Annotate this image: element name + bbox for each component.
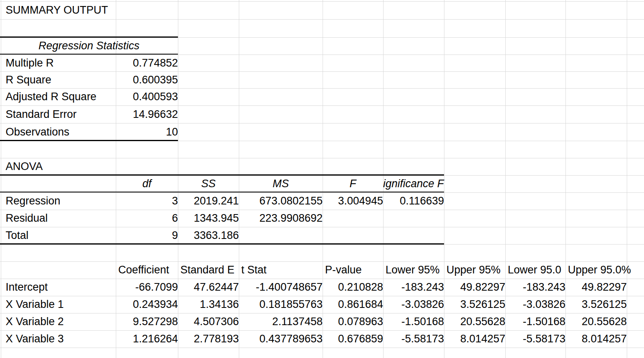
cell-coef-value-3-7[interactable]: -1.50168 xyxy=(505,313,569,330)
cell-coef-value-2-4[interactable]: 0.861684 xyxy=(323,296,387,313)
cell-anova-ss-3[interactable]: 3363.186 xyxy=(178,227,243,244)
cell-coef-value-1-6[interactable]: 49.82297 xyxy=(444,279,509,296)
gridline-horizontal xyxy=(0,348,644,348)
cell-anova-df-3[interactable]: 9 xyxy=(116,227,182,244)
cell-coef-header-4[interactable]: P-value xyxy=(323,261,386,279)
cell-regstat-value-3[interactable]: 0.400593 xyxy=(116,88,182,105)
cell-anova-header-f[interactable]: F xyxy=(323,175,383,192)
cell-anova-f-1[interactable]: 3.004945 xyxy=(323,192,387,210)
cell-coef-header-6[interactable]: Upper 95% xyxy=(444,261,508,279)
cell-anova-df-2[interactable]: 6 xyxy=(116,210,182,227)
cell-coef-value-2-3[interactable]: 0.181855763 xyxy=(239,296,327,313)
cell-regstat-value-1[interactable]: 0.774852 xyxy=(116,55,182,71)
spreadsheet: SUMMARY OUTPUT Regression StatisticsMult… xyxy=(0,0,644,358)
cell-regstat-label-1[interactable]: Multiple R xyxy=(0,55,121,71)
cell-coef-header-7[interactable]: Lower 95.0 xyxy=(505,261,568,279)
cell-coef-value-2-5[interactable]: -3.03826 xyxy=(383,296,448,313)
cell-regstat-value-5[interactable]: 10 xyxy=(116,123,182,141)
cell-anova-label-1[interactable]: Regression xyxy=(0,192,121,210)
cell-coef-value-3-5[interactable]: -1.50168 xyxy=(383,313,448,330)
cell-anova-sigf-1[interactable]: 0.116639 xyxy=(383,192,448,210)
cell-coef-value-2-8[interactable]: 3.526125 xyxy=(565,296,631,313)
cell-coef-value-4-6[interactable]: 8.014257 xyxy=(444,330,509,348)
cell-coef-value-3-8[interactable]: 20.55628 xyxy=(565,313,631,330)
cell-coef-value-4-3[interactable]: 0.437789653 xyxy=(239,330,327,348)
cell-coef-value-2-2[interactable]: 1.34136 xyxy=(178,296,243,313)
cell-coef-value-1-2[interactable]: 47.62447 xyxy=(178,279,243,296)
cell-coef-value-2-1[interactable]: 0.243934 xyxy=(116,296,182,313)
cell-coef-value-4-4[interactable]: 0.676859 xyxy=(323,330,387,348)
cell-coef-value-4-1[interactable]: 1.216264 xyxy=(116,330,182,348)
cell-coef-label-4[interactable]: X Variable 3 xyxy=(0,330,121,348)
cell-anova-ss-1[interactable]: 2019.241 xyxy=(178,192,243,210)
cell-coef-header-5[interactable]: Lower 95% xyxy=(383,261,446,279)
cell-coef-label-3[interactable]: X Variable 2 xyxy=(0,313,121,330)
cell-anova-title[interactable]: ANOVA xyxy=(0,158,121,175)
cell-regstat-value-4[interactable]: 14.96632 xyxy=(116,105,182,123)
cell-coef-value-4-5[interactable]: -5.58173 xyxy=(383,330,448,348)
cell-coef-header-2[interactable]: Standard E xyxy=(178,261,241,279)
cell-coef-value-3-1[interactable]: 9.527298 xyxy=(116,313,182,330)
cell-anova-label-3[interactable]: Total xyxy=(0,227,121,244)
cell-anova-header-df[interactable]: df xyxy=(116,175,178,192)
cell-anova-header-ss[interactable]: SS xyxy=(178,175,239,192)
cell-anova-header-ms[interactable]: MS xyxy=(239,175,323,192)
cell-regstat-label-4[interactable]: Standard Error xyxy=(0,105,121,123)
cell-coef-value-3-2[interactable]: 4.507306 xyxy=(178,313,243,330)
cell-summary-output-title[interactable]: SUMMARY OUTPUT xyxy=(0,1,184,19)
cell-coef-value-3-6[interactable]: 20.55628 xyxy=(444,313,509,330)
cell-coef-value-3-4[interactable]: 0.078963 xyxy=(323,313,387,330)
cell-coef-value-1-8[interactable]: 49.82297 xyxy=(565,279,631,296)
cell-coef-header-3[interactable]: t Stat xyxy=(239,261,325,279)
cell-coef-value-3-3[interactable]: 2.1137458 xyxy=(239,313,327,330)
cell-coef-header-1[interactable]: Coefficient xyxy=(116,261,180,279)
cell-regression-statistics-header[interactable]: Regression Statistics xyxy=(0,37,178,55)
gridline-horizontal xyxy=(0,19,644,20)
cell-anova-header-significance-f[interactable]: ignificance F xyxy=(383,175,505,192)
cell-coef-value-4-7[interactable]: -5.58173 xyxy=(505,330,569,348)
cell-coef-label-2[interactable]: X Variable 1 xyxy=(0,296,121,313)
cell-coef-value-1-3[interactable]: -1.400748657 xyxy=(239,279,327,296)
cell-coef-value-1-5[interactable]: -183.243 xyxy=(383,279,448,296)
cell-anova-ms-2[interactable]: 223.9908692 xyxy=(239,210,327,227)
cell-coef-value-2-6[interactable]: 3.526125 xyxy=(444,296,509,313)
cell-coef-value-2-7[interactable]: -3.03826 xyxy=(505,296,569,313)
cell-coef-value-1-7[interactable]: -183.243 xyxy=(505,279,569,296)
cell-regstat-label-2[interactable]: R Square xyxy=(0,71,121,88)
cell-coef-value-4-2[interactable]: 2.778193 xyxy=(178,330,243,348)
cell-anova-ms-1[interactable]: 673.0802155 xyxy=(239,192,327,210)
cell-coef-header-8[interactable]: Upper 95.0% xyxy=(565,261,629,279)
cell-coef-value-4-8[interactable]: 8.014257 xyxy=(565,330,631,348)
cell-coef-label-1[interactable]: Intercept xyxy=(0,279,121,296)
cell-regstat-label-3[interactable]: Adjusted R Square xyxy=(0,88,121,105)
cell-coef-value-1-1[interactable]: -66.7099 xyxy=(116,279,182,296)
cell-anova-ss-2[interactable]: 1343.945 xyxy=(178,210,243,227)
cell-regstat-value-2[interactable]: 0.600395 xyxy=(116,71,182,88)
cell-coef-value-1-4[interactable]: 0.210828 xyxy=(323,279,387,296)
cell-anova-label-2[interactable]: Residual xyxy=(0,210,121,227)
cell-regstat-label-5[interactable]: Observations xyxy=(0,123,121,141)
cell-anova-df-1[interactable]: 3 xyxy=(116,192,182,210)
